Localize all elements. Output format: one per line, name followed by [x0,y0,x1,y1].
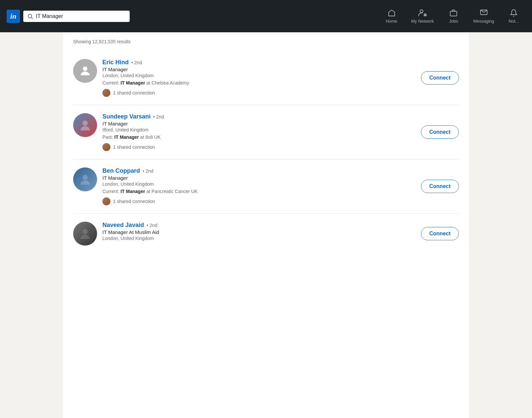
svg-point-7 [82,120,88,126]
avatar-img-icon-ben [78,173,92,186]
home-icon [387,9,396,17]
nav-label-notifications: Not... [508,19,519,24]
svg-point-2 [420,10,423,13]
result-title-eric-hind: IT Manager [102,67,416,72]
result-name-line-eric-hind: Eric Hind • 2nd [102,59,416,66]
result-name-line-naveed: Naveed Javaid • 2nd [102,222,416,229]
result-location-ben: London, United Kingdom [102,181,416,187]
result-name-eric-hind[interactable]: Eric Hind [102,59,129,66]
result-location-eric-hind: London, United Kingdom [102,73,416,78]
search-input[interactable] [36,13,126,19]
search-icon [27,13,33,19]
result-info-ben-coppard: Ben Coppard • 2nd IT Manager London, Uni… [102,167,416,205]
svg-line-1 [31,17,33,19]
nav-label-jobs: Jobs [449,19,458,24]
notifications-icon [509,9,518,17]
degree-badge-eric-hind: • 2nd [131,60,142,65]
result-title-ben: IT Manager [102,175,416,181]
context-suffix-ben: at Pancreatic Cancer UK [145,189,198,194]
result-item-naveed-javaid: Naveed Javaid • 2nd IT Manager At Muslim… [73,214,459,254]
context-suffix-sundeep: at 8x8 UK [139,134,161,140]
svg-rect-4 [450,11,457,16]
linkedin-logo[interactable]: in [7,10,20,23]
result-name-line-sundeep: Sundeep Varsani • 2nd [102,113,416,120]
shared-avatar-ben [102,197,110,205]
result-context-sundeep: Past: IT Manager at 8x8 UK [102,134,416,140]
avatar-sundeep-varsani [73,113,97,137]
result-info-sundeep-varsani: Sundeep Varsani • 2nd IT Manager Ilford,… [102,113,416,151]
shared-avatar-eric-hind [102,89,110,97]
shared-avatar-sundeep [102,143,110,151]
result-title-naveed: IT Manager At Muslim Aid [102,229,416,235]
svg-point-6 [83,67,87,71]
messaging-icon [479,9,488,17]
context-suffix-eric-hind: at Chelsea Academy [145,80,189,86]
shared-connection-sundeep: 1 shared connection [102,143,416,151]
svg-point-8 [82,175,88,180]
nav-item-my-network[interactable]: My Network [406,6,440,26]
result-title-sundeep: IT Manager [102,121,416,126]
nav-label-messaging: Messaging [473,19,494,24]
top-navigation: in Home [0,0,532,32]
result-item-eric-hind: Eric Hind • 2nd IT Manager London, Unite… [73,51,459,105]
shared-connection-label-sundeep: 1 shared connection [113,144,155,150]
result-name-sundeep-varsani[interactable]: Sundeep Varsani [102,113,151,120]
shared-connection-label-ben: 1 shared connection [113,199,155,204]
degree-badge-ben: • 2nd [143,168,153,174]
jobs-icon [449,9,458,17]
result-context-ben: Current: IT Manager at Pancreatic Cancer… [102,189,416,194]
context-type-eric-hind: Current: [102,80,120,86]
network-icon [418,9,427,17]
main-nav: Home My Network Jobs [380,6,526,26]
result-location-sundeep: Ilford, United Kingdom [102,127,416,132]
result-context-eric-hind: Current: IT Manager at Chelsea Academy [102,80,416,86]
avatar-img-icon-sundeep [78,118,92,132]
nav-item-home[interactable]: Home [380,6,403,26]
result-name-naveed-javaid[interactable]: Naveed Javaid [102,222,144,229]
connect-button-ben-coppard[interactable]: Connect [421,180,459,193]
avatar-img-icon-naveed [78,227,92,240]
shared-connection-label-eric-hind: 1 shared connection [113,90,155,96]
shared-connection-ben: 1 shared connection [102,197,416,205]
shared-connection-eric-hind: 1 shared connection [102,89,416,97]
context-bold-ben: IT Manager [120,189,145,194]
degree-badge-sundeep: • 2nd [153,114,164,119]
connect-button-naveed-javaid[interactable]: Connect [421,227,459,240]
result-info-eric-hind: Eric Hind • 2nd IT Manager London, Unite… [102,59,416,97]
context-type-ben: Current: [102,189,120,194]
result-info-naveed-javaid: Naveed Javaid • 2nd IT Manager At Muslim… [102,222,416,243]
search-bar-container [23,11,130,22]
context-bold-eric-hind: IT Manager [120,80,145,86]
avatar-ben-coppard [73,167,97,191]
nav-label-home: Home [386,19,397,24]
avatar-eric-hind [73,59,97,83]
avatar-naveed-javaid [73,222,97,246]
result-name-ben-coppard[interactable]: Ben Coppard [102,167,140,174]
result-name-line-ben: Ben Coppard • 2nd [102,167,416,174]
search-results-main: Showing 12,921,535 results Eric Hind • 2… [63,32,469,418]
nav-item-jobs[interactable]: Jobs [442,6,465,26]
person-placeholder-icon [78,64,92,78]
result-location-naveed: London, United Kingdom [102,236,416,241]
result-item-sundeep-varsani: Sundeep Varsani • 2nd IT Manager Ilford,… [73,105,459,159]
context-type-sundeep: Past: [102,134,114,140]
svg-point-9 [82,229,88,234]
nav-item-notifications[interactable]: Not... [502,6,525,26]
nav-label-my-network: My Network [411,19,434,24]
degree-badge-naveed: • 2nd [147,223,157,228]
connect-button-eric-hind[interactable]: Connect [421,71,459,85]
results-count: Showing 12,921,535 results [73,39,459,44]
connect-button-sundeep-varsani[interactable]: Connect [421,125,459,139]
nav-item-messaging[interactable]: Messaging [468,6,499,26]
context-bold-sundeep: IT Manager [114,134,139,140]
result-item-ben-coppard: Ben Coppard • 2nd IT Manager London, Uni… [73,159,459,214]
svg-point-0 [28,14,32,18]
